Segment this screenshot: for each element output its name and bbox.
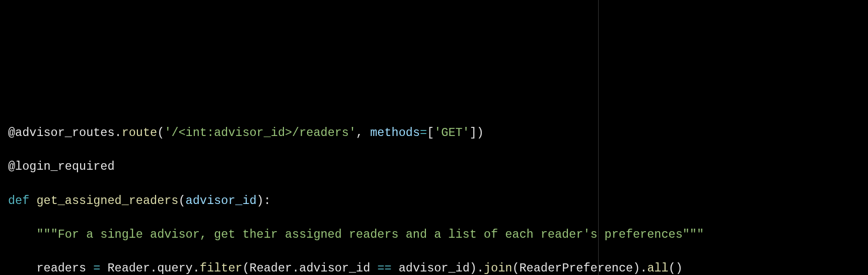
route-string: '/<int:advisor_id>/readers': [164, 126, 356, 140]
equals: =: [420, 126, 427, 140]
code-line: @advisor_routes.route('/<int:advisor_id>…: [8, 124, 868, 142]
decorator-object: advisor_routes: [15, 126, 114, 140]
class-name: ReaderPreference: [520, 261, 633, 275]
equals-equals: ==: [370, 261, 398, 275]
colon: :: [264, 194, 271, 208]
paren-close: ): [477, 126, 484, 140]
space: [29, 194, 36, 208]
paren-open: (: [242, 261, 249, 275]
class-name: Reader: [250, 261, 293, 275]
bracket-open: [: [427, 126, 434, 140]
decorator-at: @: [8, 126, 15, 140]
code-line: def get_assigned_readers(advisor_id):: [8, 192, 868, 210]
query-attr: query: [157, 261, 193, 275]
attribute: advisor_id: [299, 261, 370, 275]
get-string: 'GET': [434, 126, 470, 140]
dot: .: [193, 261, 200, 275]
dot: .: [477, 261, 484, 275]
decorator-at: @: [8, 160, 15, 173]
bracket-close: ]: [470, 126, 477, 140]
def-keyword: def: [8, 194, 29, 208]
paren-close: ): [470, 261, 477, 275]
methods-keyword: methods: [370, 126, 420, 140]
decorator-name: login_required: [15, 160, 114, 173]
code-line: """For a single advisor, get their assig…: [8, 226, 868, 243]
code-line: @login_required: [8, 158, 868, 175]
join-fn: join: [484, 261, 512, 275]
indent: [8, 228, 36, 241]
parameter-ref: advisor_id: [399, 261, 470, 275]
paren-open: (: [178, 194, 185, 208]
paren-open: (: [157, 126, 164, 140]
dot: .: [640, 261, 647, 275]
parameter: advisor_id: [186, 194, 257, 208]
filter-fn: filter: [200, 261, 243, 275]
comma: ,: [356, 126, 370, 140]
route-function: route: [122, 126, 158, 140]
paren-close: ): [676, 261, 683, 275]
paren-open: (: [512, 261, 519, 275]
variable: readers: [36, 261, 86, 275]
all-fn: all: [647, 261, 668, 275]
dot: .: [292, 261, 299, 275]
equals: =: [86, 261, 107, 275]
code-editor-content[interactable]: @advisor_routes.route('/<int:advisor_id>…: [8, 108, 868, 275]
class-name: Reader: [107, 261, 150, 275]
paren-close: ): [257, 194, 264, 208]
paren-close: ): [633, 261, 640, 275]
indent: [8, 261, 36, 275]
dot: .: [115, 126, 122, 140]
paren-open: (: [669, 261, 676, 275]
docstring: """For a single advisor, get their assig…: [36, 228, 704, 241]
code-line: readers = Reader.query.filter(Reader.adv…: [8, 260, 868, 275]
dot: .: [150, 261, 157, 275]
function-name: get_assigned_readers: [36, 194, 178, 208]
